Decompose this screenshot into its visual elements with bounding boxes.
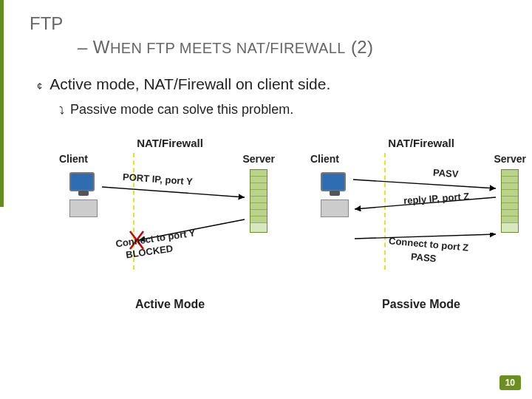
client-label: Client: [59, 153, 88, 165]
panel-passive-mode: NAT/Firewall Client Server PASV reply I: [310, 137, 532, 307]
svg-line-4: [353, 180, 496, 188]
arrow-reply: reply IP, port Z: [352, 194, 499, 216]
bullet-1-text: Active mode, NAT/Firewall on client side…: [50, 75, 330, 93]
title-line-2-c: IREWALL: [279, 40, 346, 56]
server-rack-icon: [250, 169, 267, 233]
nat-label: NAT/Firewall: [310, 137, 532, 149]
accent-bar: [0, 0, 4, 207]
svg-line-0: [102, 187, 245, 197]
server-label: Server: [242, 153, 275, 165]
arrow-port-cmd: PORT IP, port Y: [100, 177, 248, 206]
panel-caption: Passive Mode: [310, 298, 532, 311]
arrow-connect-blocked: Connect to port Y BLOCKED: [100, 218, 248, 262]
msg-reply: reply IP, port Z: [403, 191, 470, 206]
client-host-icon: [69, 172, 100, 216]
server-label: Server: [494, 153, 526, 165]
title-line-2-a: – W: [78, 37, 110, 57]
svg-line-5: [355, 197, 496, 209]
slide-content: FTP – WHEN FTP MEETS NAT/FIREWALL (2) ¢ …: [0, 0, 532, 344]
nat-divider-line: [133, 153, 134, 270]
bullet-icon: ⤵: [59, 104, 64, 116]
page-number-badge: 10: [499, 375, 521, 390]
arrow-pasv: PASV: [352, 172, 499, 194]
diagram-area: NAT/Firewall Client Server PORT IP, port…: [30, 137, 502, 344]
svg-line-3: [130, 231, 143, 249]
server-rack-icon: [501, 169, 519, 233]
client-label: Client: [310, 153, 339, 165]
msg-pasv: PASV: [433, 167, 459, 180]
arrow-connect-pass: Connect to port Z PASS: [352, 233, 499, 273]
title-line-2-d: (2): [346, 37, 374, 57]
panel-caption: Active Mode: [59, 298, 281, 311]
panel-active-mode: NAT/Firewall Client Server PORT IP, port…: [59, 137, 281, 307]
nat-label: NAT/Firewall: [59, 137, 281, 149]
msg-connect: Connect to port Y: [115, 228, 196, 250]
bullet-level-1: ¢ Active mode, NAT/Firewall on client si…: [37, 75, 502, 95]
title-line-2-b: HEN FTP MEETS NAT/F: [110, 40, 279, 56]
bullet-icon: ¢: [37, 78, 42, 95]
bullets: ¢ Active mode, NAT/Firewall on client si…: [37, 75, 502, 117]
svg-line-1: [139, 219, 245, 240]
bullet-2-text: Passive mode can solve this problem.: [70, 102, 293, 117]
client-host-icon: [321, 172, 352, 216]
msg-connect-z: Connect to port Z: [389, 235, 469, 253]
bullet-level-2: ⤵ Passive mode can solve this problem.: [59, 102, 502, 117]
svg-line-6: [355, 234, 496, 239]
nat-divider-line: [384, 153, 386, 270]
svg-line-2: [130, 231, 143, 249]
title-line-1: FTP: [30, 13, 502, 34]
msg-pass: PASS: [410, 251, 437, 265]
title-line-2: – WHEN FTP MEETS NAT/FIREWALL (2): [78, 37, 502, 58]
